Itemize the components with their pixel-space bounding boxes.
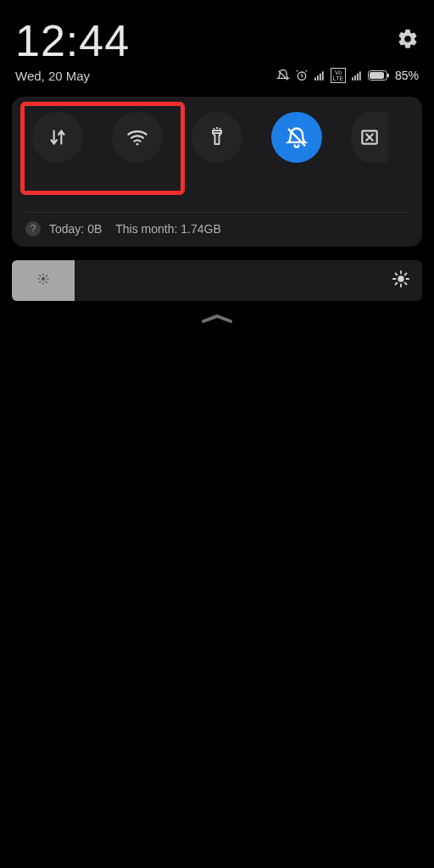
status-icons: Vo LTE 85% <box>276 68 419 83</box>
brightness-high-icon <box>392 270 410 292</box>
help-icon: ? <box>25 221 41 236</box>
bell-off-icon <box>285 125 309 149</box>
volte-icon: Vo LTE <box>331 68 346 83</box>
mobile-data-toggle[interactable] <box>32 112 83 163</box>
data-usage-today: Today: 0B <box>49 222 102 236</box>
date-row: Wed, 20 May Vo LTE 85% <box>15 68 419 83</box>
brightness-slider[interactable] <box>12 260 422 301</box>
svg-rect-11 <box>387 74 389 77</box>
quick-settings-row <box>12 103 422 183</box>
svg-rect-8 <box>359 71 361 81</box>
battery-percent: 85% <box>395 69 419 82</box>
svg-rect-7 <box>357 74 359 81</box>
battery-icon <box>368 70 390 81</box>
alarm-status-icon <box>295 69 309 82</box>
dnd-status-icon <box>276 69 290 82</box>
data-usage-month: This month: 1.74GB <box>115 222 221 236</box>
svg-rect-1 <box>314 77 316 81</box>
status-top-row: 12:44 <box>15 15 419 66</box>
svg-rect-10 <box>370 72 384 79</box>
svg-rect-6 <box>354 75 356 81</box>
svg-rect-3 <box>320 74 321 81</box>
signal-1-icon <box>314 70 326 81</box>
wifi-toggle[interactable] <box>112 112 163 163</box>
flashlight-icon <box>207 125 227 149</box>
svg-rect-5 <box>352 77 353 81</box>
svg-rect-2 <box>317 75 319 81</box>
signal-2-icon <box>351 70 363 81</box>
data-usage-footer[interactable]: ? Today: 0B This month: 1.74GB <box>12 213 422 238</box>
do-not-disturb-toggle[interactable] <box>271 112 322 163</box>
status-header: 12:44 Wed, 20 May Vo LTE <box>0 0 434 88</box>
wifi-icon <box>125 125 149 149</box>
svg-point-14 <box>42 277 46 281</box>
clock: 12:44 <box>15 15 130 66</box>
quick-settings-panel: ? Today: 0B This month: 1.74GB <box>12 97 422 247</box>
data-arrows-icon <box>47 126 69 148</box>
settings-gear-icon[interactable] <box>397 28 419 53</box>
brightness-fill <box>12 260 75 301</box>
svg-rect-4 <box>322 71 324 81</box>
flashlight-toggle[interactable] <box>192 112 242 163</box>
svg-point-12 <box>136 143 139 146</box>
screenshot-icon <box>359 126 381 148</box>
svg-point-15 <box>398 275 403 281</box>
date: Wed, 20 May <box>15 69 90 83</box>
expand-handle[interactable] <box>0 313 434 325</box>
brightness-low-icon <box>36 271 51 290</box>
screenshot-toggle[interactable] <box>351 112 388 163</box>
